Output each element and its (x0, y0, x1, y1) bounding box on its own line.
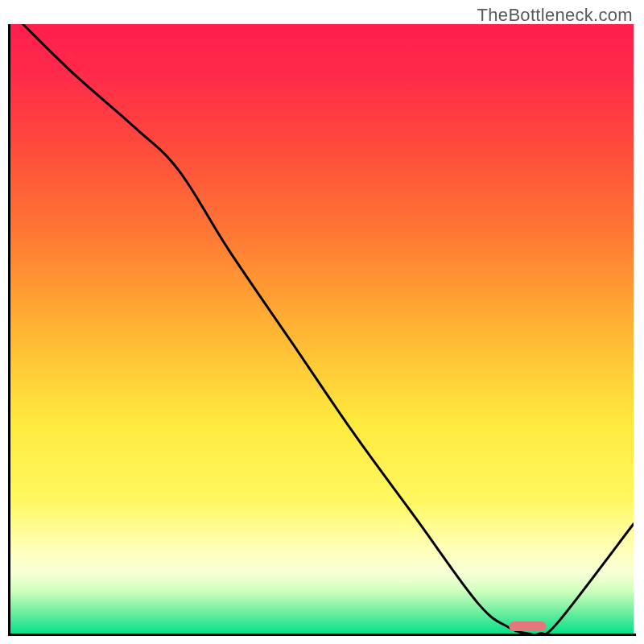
chart-container: TheBottleneck.com (0, 0, 644, 644)
y-axis (8, 24, 10, 636)
plot-area (10, 24, 634, 634)
watermark-label: TheBottleneck.com (477, 5, 633, 26)
x-axis (8, 634, 636, 636)
gradient-background (10, 24, 634, 634)
chart-canvas (10, 24, 634, 634)
optimal-marker (509, 621, 546, 631)
